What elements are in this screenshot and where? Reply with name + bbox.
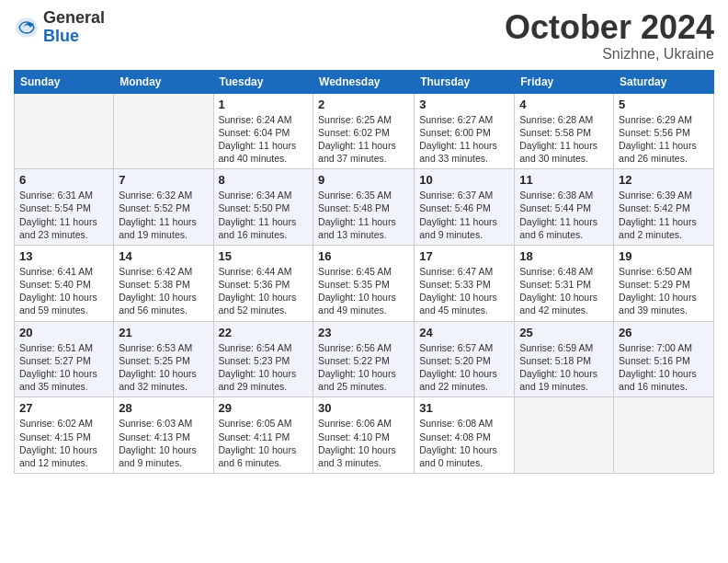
day-number: 28: [119, 401, 208, 415]
day-info: Sunrise: 6:42 AMSunset: 5:38 PMDaylight:…: [119, 265, 208, 317]
col-saturday: Saturday: [614, 70, 714, 93]
day-info: Sunrise: 6:25 AMSunset: 6:02 PMDaylight:…: [318, 113, 409, 166]
col-sunday: Sunday: [15, 70, 114, 93]
table-row: 13Sunrise: 6:41 AMSunset: 5:40 PMDayligh…: [15, 245, 114, 321]
day-info: Sunrise: 6:45 AMSunset: 5:35 PMDaylight:…: [318, 265, 409, 317]
table-row: 4Sunrise: 6:28 AMSunset: 5:58 PMDaylight…: [515, 93, 614, 169]
day-info: Sunrise: 6:54 AMSunset: 5:23 PMDaylight:…: [219, 341, 309, 394]
table-row: 14Sunrise: 6:42 AMSunset: 5:38 PMDayligh…: [114, 245, 213, 321]
day-number: 24: [419, 326, 509, 339]
day-info: Sunrise: 6:03 AMSunset: 4:13 PMDaylight:…: [119, 417, 208, 469]
day-number: 31: [419, 401, 509, 415]
table-row: 15Sunrise: 6:44 AMSunset: 5:36 PMDayligh…: [213, 245, 313, 321]
day-number: 16: [318, 249, 409, 263]
day-info: Sunrise: 6:39 AMSunset: 5:42 PMDaylight:…: [619, 189, 709, 241]
day-number: 8: [219, 173, 309, 187]
day-info: Sunrise: 6:57 AMSunset: 5:20 PMDaylight:…: [419, 341, 509, 394]
table-row: [15, 93, 114, 169]
table-row: 12Sunrise: 6:39 AMSunset: 5:42 PMDayligh…: [614, 169, 714, 246]
day-info: Sunrise: 6:08 AMSunset: 4:08 PMDaylight:…: [419, 417, 509, 469]
table-row: 21Sunrise: 6:53 AMSunset: 5:25 PMDayligh…: [114, 321, 213, 397]
table-row: 24Sunrise: 6:57 AMSunset: 5:20 PMDayligh…: [415, 321, 515, 397]
table-row: 18Sunrise: 6:48 AMSunset: 5:31 PMDayligh…: [515, 245, 614, 321]
day-number: 20: [19, 326, 108, 339]
table-row: 26Sunrise: 7:00 AMSunset: 5:16 PMDayligh…: [614, 321, 714, 397]
day-number: 27: [19, 401, 108, 415]
day-info: Sunrise: 6:47 AMSunset: 5:33 PMDaylight:…: [419, 265, 509, 317]
day-number: 7: [119, 173, 208, 187]
title-month: October 2024: [505, 9, 714, 46]
table-row: 20Sunrise: 6:51 AMSunset: 5:27 PMDayligh…: [15, 321, 114, 397]
day-number: 17: [419, 249, 509, 263]
col-wednesday: Wednesday: [313, 70, 415, 93]
day-number: 19: [619, 249, 709, 263]
day-number: 9: [318, 173, 409, 187]
day-number: 21: [119, 326, 208, 339]
day-number: 15: [219, 249, 309, 263]
header: General Blue October 2024 Snizhne, Ukrai…: [14, 9, 714, 63]
day-number: 23: [318, 326, 409, 339]
day-info: Sunrise: 6:02 AMSunset: 4:15 PMDaylight:…: [19, 417, 108, 469]
table-row: 16Sunrise: 6:45 AMSunset: 5:35 PMDayligh…: [313, 245, 415, 321]
table-row: [614, 397, 714, 474]
day-number: 1: [219, 98, 309, 111]
table-row: 22Sunrise: 6:54 AMSunset: 5:23 PMDayligh…: [213, 321, 313, 397]
day-info: Sunrise: 6:51 AMSunset: 5:27 PMDaylight:…: [19, 341, 108, 394]
table-row: 9Sunrise: 6:35 AMSunset: 5:48 PMDaylight…: [313, 169, 415, 246]
table-row: 28Sunrise: 6:03 AMSunset: 4:13 PMDayligh…: [114, 397, 213, 474]
day-info: Sunrise: 6:37 AMSunset: 5:46 PMDaylight:…: [419, 189, 509, 241]
day-info: Sunrise: 6:34 AMSunset: 5:50 PMDaylight:…: [219, 189, 309, 241]
day-info: Sunrise: 6:50 AMSunset: 5:29 PMDaylight:…: [619, 265, 709, 317]
table-row: 19Sunrise: 6:50 AMSunset: 5:29 PMDayligh…: [614, 245, 714, 321]
day-info: Sunrise: 6:59 AMSunset: 5:18 PMDaylight:…: [519, 341, 609, 394]
table-row: [114, 93, 213, 169]
day-info: Sunrise: 6:24 AMSunset: 6:04 PMDaylight:…: [219, 113, 309, 166]
col-thursday: Thursday: [415, 70, 515, 93]
day-info: Sunrise: 6:48 AMSunset: 5:31 PMDaylight:…: [519, 265, 609, 317]
table-row: 23Sunrise: 6:56 AMSunset: 5:22 PMDayligh…: [313, 321, 415, 397]
day-number: 6: [19, 173, 108, 187]
table-row: 10Sunrise: 6:37 AMSunset: 5:46 PMDayligh…: [415, 169, 515, 246]
day-number: 25: [519, 326, 609, 339]
logo-text: General Blue: [43, 9, 105, 46]
logo-icon: [14, 15, 40, 40]
day-info: Sunrise: 6:41 AMSunset: 5:40 PMDaylight:…: [19, 265, 108, 317]
day-info: Sunrise: 6:53 AMSunset: 5:25 PMDaylight:…: [119, 341, 208, 394]
table-row: [515, 397, 614, 474]
logo: General Blue: [14, 9, 105, 46]
day-number: 18: [519, 249, 609, 263]
day-number: 5: [619, 98, 709, 111]
day-number: 12: [619, 173, 709, 187]
table-row: 11Sunrise: 6:38 AMSunset: 5:44 PMDayligh…: [515, 169, 614, 246]
day-number: 14: [119, 249, 208, 263]
day-info: Sunrise: 6:44 AMSunset: 5:36 PMDaylight:…: [219, 265, 309, 317]
table-row: 8Sunrise: 6:34 AMSunset: 5:50 PMDaylight…: [213, 169, 313, 246]
table-row: 29Sunrise: 6:05 AMSunset: 4:11 PMDayligh…: [213, 397, 313, 474]
table-row: 27Sunrise: 6:02 AMSunset: 4:15 PMDayligh…: [15, 397, 114, 474]
calendar-week-row: 20Sunrise: 6:51 AMSunset: 5:27 PMDayligh…: [15, 321, 714, 397]
table-row: 7Sunrise: 6:32 AMSunset: 5:52 PMDaylight…: [114, 169, 213, 246]
calendar-week-row: 1Sunrise: 6:24 AMSunset: 6:04 PMDaylight…: [15, 93, 714, 169]
day-number: 26: [619, 326, 709, 339]
day-info: Sunrise: 6:35 AMSunset: 5:48 PMDaylight:…: [318, 189, 409, 241]
calendar-table: Sunday Monday Tuesday Wednesday Thursday…: [14, 70, 714, 474]
table-row: 25Sunrise: 6:59 AMSunset: 5:18 PMDayligh…: [515, 321, 614, 397]
table-row: 30Sunrise: 6:06 AMSunset: 4:10 PMDayligh…: [313, 397, 415, 474]
title-location: Snizhne, Ukraine: [505, 46, 714, 63]
calendar-header-row: Sunday Monday Tuesday Wednesday Thursday…: [15, 70, 714, 93]
calendar-week-row: 6Sunrise: 6:31 AMSunset: 5:54 PMDaylight…: [15, 169, 714, 246]
day-info: Sunrise: 6:31 AMSunset: 5:54 PMDaylight:…: [19, 189, 108, 241]
logo-general-text: General: [43, 9, 105, 28]
day-number: 29: [219, 401, 309, 415]
table-row: 17Sunrise: 6:47 AMSunset: 5:33 PMDayligh…: [415, 245, 515, 321]
table-row: 2Sunrise: 6:25 AMSunset: 6:02 PMDaylight…: [313, 93, 415, 169]
day-info: Sunrise: 7:00 AMSunset: 5:16 PMDaylight:…: [619, 341, 709, 394]
table-row: 1Sunrise: 6:24 AMSunset: 6:04 PMDaylight…: [213, 93, 313, 169]
day-number: 13: [19, 249, 108, 263]
day-number: 10: [419, 173, 509, 187]
day-info: Sunrise: 6:56 AMSunset: 5:22 PMDaylight:…: [318, 341, 409, 394]
calendar-week-row: 13Sunrise: 6:41 AMSunset: 5:40 PMDayligh…: [15, 245, 714, 321]
day-info: Sunrise: 6:29 AMSunset: 5:56 PMDaylight:…: [619, 113, 709, 166]
day-number: 11: [519, 173, 609, 187]
day-info: Sunrise: 6:05 AMSunset: 4:11 PMDaylight:…: [219, 417, 309, 469]
